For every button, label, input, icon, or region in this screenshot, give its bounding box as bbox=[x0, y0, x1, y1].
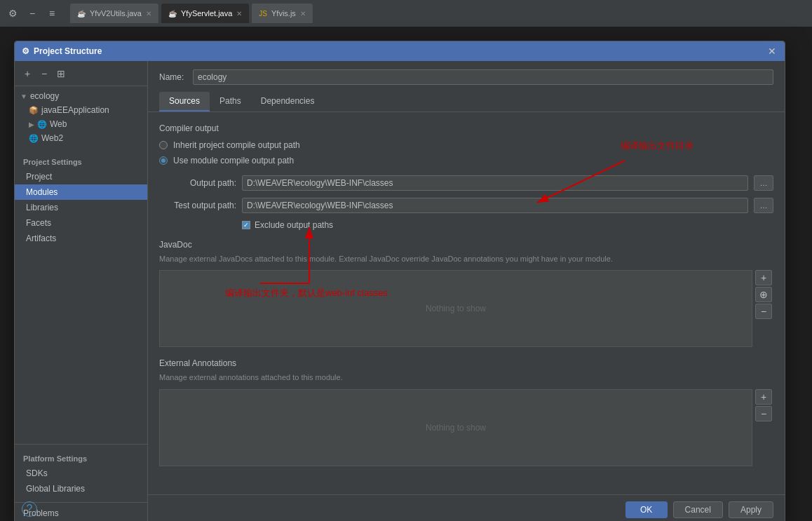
tree-node-javaeapp[interactable]: 📦 javaEEApplication bbox=[15, 103, 147, 117]
sidebar-item-sdks[interactable]: SDKs bbox=[15, 466, 147, 481]
javadoc-remove-button[interactable]: − bbox=[755, 304, 772, 319]
javadoc-add-button[interactable]: + bbox=[755, 270, 772, 285]
tab-yfvv2utils[interactable]: ☕ YfvV2Utils.java ✕ bbox=[70, 4, 158, 23]
javaee-icon: 📦 bbox=[29, 106, 39, 115]
sidebar-item-facets[interactable]: Facets bbox=[15, 215, 147, 231]
tab-yfvis-label: Yfvis.js bbox=[271, 9, 296, 18]
content-panel: Name: Sources Paths Dependencies Compile… bbox=[148, 61, 785, 521]
exclude-output-checkbox[interactable] bbox=[242, 221, 250, 229]
tab-paths[interactable]: Paths bbox=[210, 92, 251, 111]
tree-node-web-label: Web bbox=[50, 119, 67, 129]
ext-annotations-empty-text: Nothing to show bbox=[426, 423, 486, 433]
ext-annotations-title: External Annotations bbox=[159, 358, 773, 368]
help-button[interactable]: ? bbox=[22, 501, 37, 517]
compiler-output-title: Compiler output bbox=[159, 123, 773, 133]
web2-icon: 🌐 bbox=[29, 134, 39, 143]
content-tabs: Sources Paths Dependencies bbox=[159, 92, 773, 111]
dialog-close-button[interactable]: ✕ bbox=[766, 46, 778, 57]
ok-button[interactable]: OK bbox=[625, 501, 668, 518]
exclude-output-label: Exclude output paths bbox=[255, 220, 333, 230]
apply-button[interactable]: Apply bbox=[729, 501, 773, 518]
ext-annotations-description: Manage external annotations attached to … bbox=[159, 372, 773, 383]
project-settings-nav: Project Settings Project Modules Librari… bbox=[15, 148, 147, 444]
sidebar-item-libraries[interactable]: Libraries bbox=[15, 200, 147, 215]
cancel-button[interactable]: Cancel bbox=[673, 501, 723, 518]
sidebar: + − ⊞ ▼ ecology 📦 javaEEApplication bbox=[15, 61, 148, 521]
ext-annotations-remove-button[interactable]: − bbox=[755, 406, 772, 421]
sidebar-item-modules[interactable]: Modules bbox=[15, 184, 147, 200]
tree-node-web[interactable]: ▶ 🌐 Web bbox=[15, 117, 147, 131]
tree-node-web2[interactable]: 🌐 Web2 bbox=[15, 131, 147, 145]
javadoc-add-root-button[interactable]: ⊕ bbox=[755, 287, 772, 302]
project-structure-dialog: ⚙ Project Structure ✕ + − ⊞ bbox=[14, 41, 785, 521]
dialog-title-icon: ⚙ bbox=[22, 46, 29, 56]
dialog-overlay: ⚙ Project Structure ✕ + − ⊞ bbox=[0, 27, 812, 521]
settings-icon[interactable]: ⚙ bbox=[6, 6, 20, 20]
tab-yfvv2utils-close[interactable]: ✕ bbox=[146, 10, 151, 18]
exclude-output-row: Exclude output paths bbox=[242, 220, 773, 230]
js-icon: JS bbox=[259, 10, 267, 18]
hamburger-icon[interactable]: ≡ bbox=[45, 6, 59, 20]
tab-sources[interactable]: Sources bbox=[159, 92, 210, 111]
tree-node-ecology[interactable]: ▼ ecology bbox=[15, 89, 147, 103]
dialog-footer: OK Cancel Apply bbox=[148, 494, 785, 521]
dialog-titlebar: ⚙ Project Structure ✕ bbox=[15, 41, 785, 61]
tree-node-web2-label: Web2 bbox=[41, 133, 63, 143]
content-body: Compiler output Inherit project compile … bbox=[148, 112, 785, 494]
minus-icon[interactable]: − bbox=[25, 6, 39, 20]
tab-yfvis[interactable]: JS Yfvis.js ✕ bbox=[252, 4, 313, 23]
tab-yfyservlet-label: YfyServlet.java bbox=[181, 9, 232, 18]
tab-yfvis-close[interactable]: ✕ bbox=[300, 10, 306, 18]
name-label: Name: bbox=[159, 72, 187, 82]
javadoc-title: JavaDoc bbox=[159, 240, 773, 250]
javadoc-description: Manage external JavaDocs attached to thi… bbox=[159, 254, 773, 264]
javadoc-panel: Nothing to show bbox=[159, 270, 752, 347]
output-path-row: Output path: … bbox=[159, 175, 773, 191]
radio-use-btn[interactable] bbox=[159, 156, 168, 165]
tree-node-javaeapp-label: javaEEApplication bbox=[41, 105, 109, 115]
tab-yfvv2utils-label: YfvV2Utils.java bbox=[90, 9, 142, 18]
test-output-path-row: Test output path: … bbox=[159, 198, 773, 213]
add-module-button[interactable]: + bbox=[20, 67, 34, 81]
test-output-path-browse-button[interactable]: … bbox=[754, 198, 773, 213]
dialog-body: + − ⊞ ▼ ecology 📦 javaEEApplication bbox=[15, 61, 785, 521]
topbar-icons: ⚙ − ≡ bbox=[6, 6, 59, 20]
tab-dependencies[interactable]: Dependencies bbox=[251, 92, 325, 111]
output-path-input[interactable] bbox=[242, 175, 748, 191]
tab-yfyservlet-close[interactable]: ✕ bbox=[236, 10, 242, 18]
ext-annotations-panel: Nothing to show bbox=[159, 389, 752, 466]
expand-icon-web: ▶ bbox=[29, 121, 34, 128]
remove-module-button[interactable]: − bbox=[37, 67, 51, 81]
platform-settings-nav: Platform Settings SDKs Global Libraries bbox=[15, 444, 147, 502]
javadoc-side-buttons: + ⊕ − bbox=[755, 270, 772, 319]
sidebar-item-artifacts[interactable]: Artifacts bbox=[15, 231, 147, 246]
javadoc-empty-text: Nothing to show bbox=[426, 304, 486, 313]
tab-yfyservlet[interactable]: ☕ YfyServlet.java ✕ bbox=[161, 4, 249, 23]
java-icon-2: ☕ bbox=[168, 10, 177, 18]
test-output-path-input[interactable] bbox=[242, 198, 748, 213]
radio-use[interactable]: Use module compile output path bbox=[159, 156, 773, 165]
copy-module-button[interactable]: ⊞ bbox=[54, 67, 68, 81]
output-path-browse-button[interactable]: … bbox=[754, 175, 773, 191]
ide-topbar: ⚙ − ≡ ☕ YfvV2Utils.java ✕ ☕ YfyServlet.j… bbox=[0, 0, 812, 27]
java-icon: ☕ bbox=[77, 10, 86, 18]
expand-icon: ▼ bbox=[20, 93, 27, 100]
radio-inherit[interactable]: Inherit project compile output path bbox=[159, 140, 773, 150]
module-tree: ▼ ecology 📦 javaEEApplication ▶ 🌐 Web bbox=[15, 86, 147, 148]
radio-use-label: Use module compile output path bbox=[173, 156, 294, 165]
name-input[interactable] bbox=[193, 69, 773, 85]
ext-annotations-add-button[interactable]: + bbox=[755, 389, 772, 405]
sidebar-item-project[interactable]: Project bbox=[15, 169, 147, 184]
output-path-label: Output path: bbox=[159, 178, 236, 188]
javadoc-section: JavaDoc Manage external JavaDocs attache… bbox=[159, 240, 773, 347]
dialog-title: ⚙ Project Structure bbox=[22, 46, 102, 56]
sidebar-toolbar: + − ⊞ bbox=[15, 61, 147, 86]
radio-inherit-btn[interactable] bbox=[159, 141, 168, 149]
ide-main: ⚙ Project Structure ✕ + − ⊞ bbox=[0, 27, 812, 521]
dialog-title-text: Project Structure bbox=[34, 46, 102, 56]
tree-node-ecology-label: ecology bbox=[30, 91, 59, 101]
ext-annotations-side-buttons: + − bbox=[755, 389, 772, 421]
radio-inherit-label: Inherit project compile output path bbox=[173, 140, 300, 150]
sidebar-item-global-libraries[interactable]: Global Libraries bbox=[15, 481, 147, 496]
project-settings-header: Project Settings bbox=[15, 154, 147, 169]
